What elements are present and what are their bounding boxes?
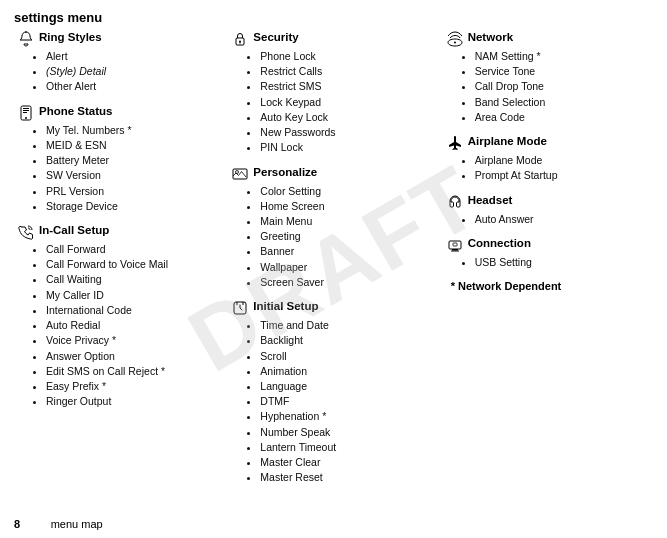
network-icon [447,31,463,47]
list-item: My Caller ID [46,288,224,303]
list-item: Hyphenation * [260,409,438,424]
svg-rect-13 [449,241,461,249]
svg-rect-16 [453,243,457,246]
personalize-list: Color Setting Home Screen Main Menu Gree… [232,184,438,291]
list-item: Edit SMS on Call Reject * [46,364,224,379]
svg-rect-8 [240,42,241,44]
svg-rect-15 [451,250,459,251]
section-personalize-header: Personalize [232,166,438,182]
list-item: Lantern Timeout [260,440,438,455]
list-item: PRL Version [46,184,224,199]
list-item: Main Menu [260,214,438,229]
connection-title: Connection [468,237,531,249]
column-3: Network NAM Setting * Service Tone Call … [443,31,657,495]
list-item: Auto Answer [475,212,653,227]
list-item: DTMF [260,394,438,409]
section-headset: Headset Auto Answer [447,194,653,227]
list-item: Battery Meter [46,153,224,168]
list-item: SW Version [46,168,224,183]
headset-icon [447,194,463,210]
section-airplane-mode-header: Airplane Mode [447,135,653,151]
connection-icon [447,237,463,253]
section-security: Security Phone Lock Restrict Calls Restr… [232,31,438,156]
list-item: USB Setting [475,255,653,270]
list-item: Color Setting [260,184,438,199]
svg-point-0 [25,31,27,33]
phone-status-title: Phone Status [39,105,112,117]
list-item: Phone Lock [260,49,438,64]
section-ring-styles: Ring Styles Alert (Style) Detail Other A… [18,31,224,95]
section-airplane-mode: Airplane Mode Airplane Mode Prompt At St… [447,135,653,183]
network-note: * Network Dependent [447,280,653,292]
initial-setup-title: Initial Setup [253,300,318,312]
in-call-setup-list: Call Forward Call Forward to Voice Mail … [18,242,224,409]
headset-title: Headset [468,194,513,206]
list-item: Backlight [260,333,438,348]
list-item: NAM Setting * [475,49,653,64]
column-1: Ring Styles Alert (Style) Detail Other A… [14,31,228,495]
personalize-title: Personalize [253,166,317,178]
section-initial-setup: Initial Setup Time and Date Backlight Sc… [232,300,438,485]
list-item: Other Alert [46,79,224,94]
list-item: Voice Privacy * [46,333,224,348]
svg-point-12 [454,42,456,44]
list-item: My Tel. Numbers * [46,123,224,138]
svg-rect-2 [23,108,29,109]
svg-point-5 [25,117,27,119]
list-item: Banner [260,244,438,259]
initial-setup-icon [232,300,248,316]
content-area: Ring Styles Alert (Style) Detail Other A… [0,29,667,495]
airplane-mode-title: Airplane Mode [468,135,547,147]
list-item: Wallpaper [260,260,438,275]
list-item: Easy Prefix * [46,379,224,394]
section-phone-status-header: Phone Status [18,105,224,121]
list-item: Call Drop Tone [475,79,653,94]
list-item: Alert [46,49,224,64]
list-item: Service Tone [475,64,653,79]
security-title: Security [253,31,298,43]
security-list: Phone Lock Restrict Calls Restrict SMS L… [232,49,438,156]
list-item: PIN Lock [260,140,438,155]
list-item: Number Speak [260,425,438,440]
list-item: Scroll [260,349,438,364]
headset-list: Auto Answer [447,212,653,227]
column-2: Security Phone Lock Restrict Calls Restr… [228,31,442,495]
footer-label: menu map [51,518,103,530]
list-item: Call Forward [46,242,224,257]
page-title: settings menu [0,0,667,29]
list-item: (Style) Detail [46,64,224,79]
ring-styles-title: Ring Styles [39,31,102,43]
section-personalize: Personalize Color Setting Home Screen Ma… [232,166,438,291]
list-item: Language [260,379,438,394]
section-network-header: Network [447,31,653,47]
in-call-icon [18,224,34,240]
list-item: Restrict Calls [260,64,438,79]
security-icon [232,31,248,47]
list-item: Home Screen [260,199,438,214]
list-item: International Code [46,303,224,318]
list-item: Auto Redial [46,318,224,333]
section-phone-status: Phone Status My Tel. Numbers * MEID & ES… [18,105,224,214]
section-ring-styles-header: Ring Styles [18,31,224,47]
section-headset-header: Headset [447,194,653,210]
list-item: Lock Keypad [260,95,438,110]
svg-rect-3 [23,110,29,111]
list-item: Area Code [475,110,653,125]
list-item: Time and Date [260,318,438,333]
svg-rect-14 [452,249,458,251]
connection-list: USB Setting [447,255,653,270]
ring-icon [18,31,34,47]
page-footer: 8 menu map [14,518,103,530]
section-network: Network NAM Setting * Service Tone Call … [447,31,653,125]
personalize-icon [232,166,248,182]
section-connection-header: Connection [447,237,653,253]
phone-status-icon [18,105,34,121]
list-item: Restrict SMS [260,79,438,94]
section-in-call-setup: In-Call Setup Call Forward Call Forward … [18,224,224,409]
list-item: New Passwords [260,125,438,140]
list-item: Airplane Mode [475,153,653,168]
airplane-icon [447,135,463,151]
list-item: Auto Key Lock [260,110,438,125]
list-item: Screen Saver [260,275,438,290]
page-number: 8 [14,518,20,530]
